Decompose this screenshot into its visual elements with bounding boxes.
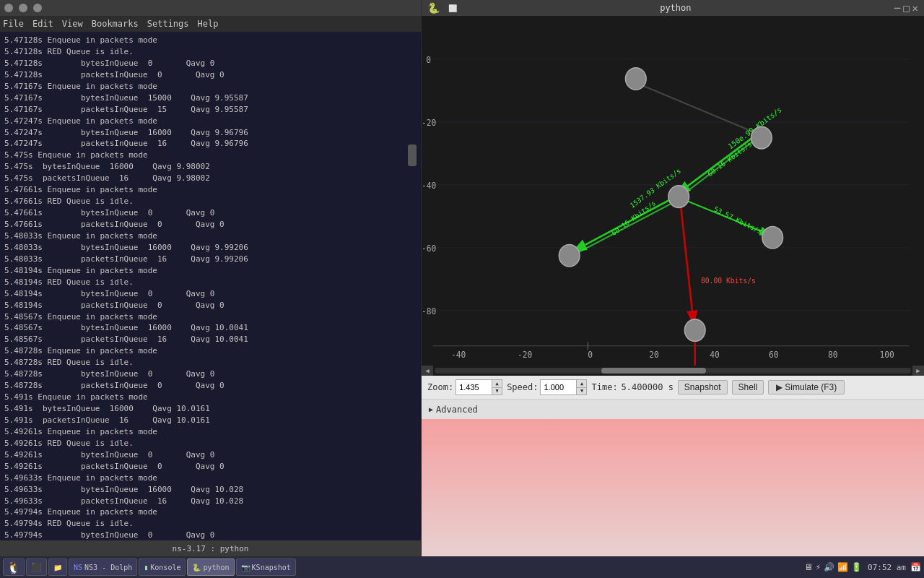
svg-text:80.00 Kbits/s: 80.00 Kbits/s xyxy=(701,277,756,285)
speed-up-btn[interactable]: ▲ xyxy=(576,380,586,388)
svg-text:-40: -40 xyxy=(422,181,436,191)
svg-text:20: 20 xyxy=(649,350,659,360)
svg-text:-80: -80 xyxy=(422,306,436,316)
scroll-left-arrow[interactable]: ◀ xyxy=(422,366,433,376)
menu-file[interactable]: File xyxy=(3,19,24,29)
scroll-right-arrow[interactable]: ▶ xyxy=(912,366,924,376)
speed-down-btn[interactable]: ▼ xyxy=(576,388,586,395)
snapshot-button[interactable]: Snapshot xyxy=(678,380,728,394)
time-label: Time: xyxy=(591,382,617,392)
svg-text:0: 0 xyxy=(588,350,593,360)
scroll-track xyxy=(435,368,911,374)
taskbar-files-btn[interactable]: 📁 xyxy=(48,558,67,576)
terminal-status-text: ns-3.17 : python xyxy=(173,544,249,553)
terminal-min-btn[interactable] xyxy=(19,4,27,12)
taskbar-launcher[interactable]: 🐧 xyxy=(3,558,25,576)
systray-battery-icon: 🔋 xyxy=(851,562,862,572)
scroll-thumb[interactable] xyxy=(601,368,706,374)
python-taskbar-label: python xyxy=(203,564,229,571)
time-value: 5.400000 s xyxy=(622,382,674,392)
speed-input[interactable] xyxy=(542,383,577,392)
svg-text:-60: -60 xyxy=(422,243,436,254)
x-scrollbar: ◀ ▶ xyxy=(422,366,924,376)
terminal-panel: File Edit View Bookmarks Settings Help 5… xyxy=(0,0,421,556)
speed-spinner[interactable]: ▲ ▼ xyxy=(540,379,587,395)
taskbar-ns3-btn[interactable]: NS NS3 - Dolph xyxy=(69,558,137,576)
terminal-taskbar-icon: ⬛ xyxy=(31,562,42,572)
terminal-menubar: File Edit View Bookmarks Settings Help xyxy=(0,16,421,32)
svg-text:40: 40 xyxy=(710,350,720,360)
viz-svg: 0 -20 -40 -60 -80 -40 -20 0 20 40 60 80 … xyxy=(422,16,924,366)
advanced-label[interactable]: Advanced xyxy=(436,405,478,415)
terminal-close-btn[interactable] xyxy=(4,4,13,12)
viz-area: 0 -20 -40 -60 -80 -40 -20 0 20 40 60 80 … xyxy=(422,16,924,366)
python-close-icon[interactable]: ✕ xyxy=(912,2,918,14)
systray-speaker-icon: 🔊 xyxy=(824,562,834,572)
menu-settings[interactable]: Settings xyxy=(147,19,189,29)
taskbar-terminal-btn[interactable]: ⬛ xyxy=(26,558,47,576)
python-title: python xyxy=(463,3,889,13)
python-taskbar-icon: 🐍 xyxy=(192,564,201,571)
python-min-icon[interactable]: ─ xyxy=(894,2,900,14)
zoom-down-btn[interactable]: ▼ xyxy=(492,388,502,395)
svg-text:60: 60 xyxy=(769,350,779,360)
menu-help[interactable]: Help xyxy=(198,19,219,29)
svg-text:-20: -20 xyxy=(422,118,436,128)
zoom-spinner[interactable]: ▲ ▼ xyxy=(456,379,502,395)
systray-power-icon: ⚡ xyxy=(816,562,821,572)
ksnapshot-label: KSnapshot xyxy=(252,564,291,571)
zoom-control: Zoom: ▲ ▼ xyxy=(427,379,502,395)
taskbar-konsole-btn[interactable]: ▮ Konsole xyxy=(139,558,186,576)
ksnapshot-icon: 📷 xyxy=(241,564,250,571)
launcher-icon: 🐧 xyxy=(6,561,21,574)
svg-point-37 xyxy=(559,245,580,267)
systray-network2-icon: 📶 xyxy=(837,562,848,572)
taskbar-ksnapshot-btn[interactable]: 📷 KSnapshot xyxy=(236,558,296,576)
svg-point-36 xyxy=(668,186,689,207)
menu-bookmarks[interactable]: Bookmarks xyxy=(92,19,139,29)
toolbar: Zoom: ▲ ▼ Speed: ▲ ▼ Time: 5.400000 s xyxy=(422,376,924,399)
taskbar: 🐧 ⬛ 📁 NS NS3 - Dolph ▮ Konsole 🐍 python … xyxy=(0,556,924,578)
zoom-input[interactable] xyxy=(458,383,492,392)
menu-edit[interactable]: Edit xyxy=(32,19,53,29)
speed-label: Speed: xyxy=(507,382,538,392)
content-area xyxy=(422,419,924,556)
systray-calendar-icon: 📅 xyxy=(910,562,921,572)
python-icon: 🐍 xyxy=(427,2,440,14)
shell-button[interactable]: Shell xyxy=(732,380,764,394)
python-titlebar: 🐍 ⬜ python ─ □ ✕ xyxy=(422,0,924,16)
svg-text:-40: -40 xyxy=(451,350,466,360)
terminal-scrollbar[interactable] xyxy=(408,144,417,166)
time-display: Time: 5.400000 s xyxy=(591,382,673,392)
terminal-max-btn[interactable] xyxy=(33,4,42,12)
menu-view[interactable]: View xyxy=(62,19,83,29)
konsole-label: Konsole xyxy=(150,564,180,571)
ns3-icon: NS xyxy=(74,564,82,571)
svg-text:0: 0 xyxy=(426,55,431,65)
terminal-statusbar: ns-3.17 : python xyxy=(0,540,421,556)
svg-text:100: 100 xyxy=(880,350,894,360)
zoom-label: Zoom: xyxy=(427,382,453,392)
advanced-row: ▶ Advanced xyxy=(422,399,924,419)
ns3-label: NS3 - Dolph xyxy=(84,564,132,571)
advanced-chevron-icon[interactable]: ▶ xyxy=(429,405,433,413)
zoom-up-btn[interactable]: ▲ xyxy=(492,380,502,388)
simulate-play-icon: ▶ xyxy=(776,382,783,392)
python-titlebar-icon2: ⬜ xyxy=(448,4,457,12)
systray-clock: 07:52 am xyxy=(868,563,906,572)
svg-text:80: 80 xyxy=(828,350,838,360)
terminal-titlebar xyxy=(0,0,421,16)
simulate-label: Simulate (F3) xyxy=(785,382,837,392)
python-max-icon[interactable]: □ xyxy=(903,2,909,14)
python-panel: 🐍 ⬜ python ─ □ ✕ 0 -20 -40 -60 -80 xyxy=(422,0,924,419)
svg-point-35 xyxy=(751,126,772,148)
svg-point-38 xyxy=(762,226,783,248)
terminal-content: 5.47128s Enqueue in packets mode 5.47128… xyxy=(0,32,421,540)
files-taskbar-icon: 📁 xyxy=(53,564,62,571)
simulate-button[interactable]: ▶ Simulate (F3) xyxy=(768,380,845,394)
taskbar-python-btn[interactable]: 🐍 python xyxy=(187,558,234,576)
svg-point-39 xyxy=(684,319,705,341)
systray: 🖥 ⚡ 🔊 📶 🔋 07:52 am 📅 xyxy=(804,562,921,572)
speed-control: Speed: ▲ ▼ xyxy=(507,379,587,395)
systray-network-icon: 🖥 xyxy=(804,562,813,572)
